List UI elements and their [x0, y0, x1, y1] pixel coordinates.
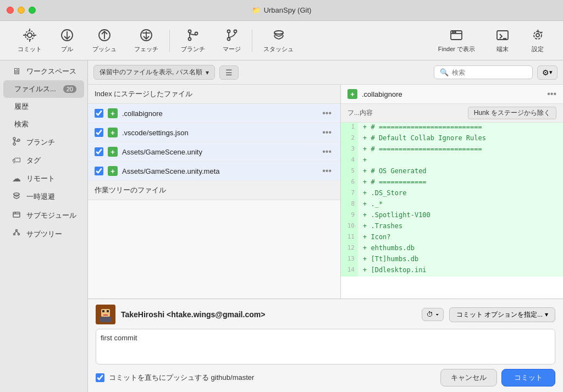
file-menu-dots[interactable]: •••: [320, 108, 334, 118]
file-item[interactable]: + .collabignore •••: [88, 104, 340, 123]
minimize-button[interactable]: [18, 7, 25, 14]
file-name: .vscode/settings.json: [122, 129, 316, 137]
merge-label: マージ: [223, 45, 241, 53]
svg-point-21: [274, 31, 283, 34]
push-button[interactable]: プッシュ: [84, 23, 125, 58]
filter-dropdown[interactable]: 保留中のファイルを表示, パス名順 ▾: [93, 65, 215, 80]
sidebar-item-stash[interactable]: 一時退避: [3, 187, 84, 206]
diff-line: 10+ .Trashes: [341, 222, 563, 233]
commit-footer: コミットを直ちにプッシュする github/master キャンセル コミット: [96, 369, 555, 387]
diff-line: 4+: [341, 156, 563, 167]
file-checkbox[interactable]: [95, 109, 103, 118]
stash-button[interactable]: スタッシュ: [255, 23, 302, 58]
file-checkbox[interactable]: [95, 128, 103, 137]
push-checkbox[interactable]: [96, 373, 104, 382]
push-label: プッシュ: [92, 45, 117, 53]
sidebar-item-branches[interactable]: ブランチ: [3, 133, 84, 152]
file-menu-dots[interactable]: •••: [320, 166, 334, 176]
subtree-icon: [11, 229, 22, 240]
file-menu-dots[interactable]: •••: [320, 147, 334, 157]
sidebar-item-search[interactable]: 検索: [3, 115, 84, 133]
svg-point-19: [234, 30, 236, 33]
diff-line-content: + # Default Collab Ignore Rules: [358, 134, 563, 145]
finder-button[interactable]: Finder で表示: [429, 23, 484, 58]
file-name: .collabignore: [122, 109, 316, 118]
svg-line-42: [16, 231, 19, 234]
commit-options-chevron: ▾: [545, 311, 548, 318]
terminal-button[interactable]: 端末: [486, 23, 519, 58]
diff-line: 11+ Icon?: [341, 233, 563, 244]
fullscreen-button[interactable]: [29, 7, 36, 14]
diff-line: 14+ [Ddlesktop.ini: [341, 266, 563, 277]
branch-button[interactable]: ブランチ: [172, 23, 214, 58]
traffic-lights: [7, 7, 36, 14]
sidebar-item-workspace[interactable]: 🖥 ワークスペース: [3, 63, 84, 80]
merge-button[interactable]: マージ: [214, 23, 250, 58]
svg-point-30: [13, 137, 15, 140]
commit-message-input[interactable]: first commit: [96, 329, 555, 365]
timer-button[interactable]: ⏱ ▾: [422, 308, 443, 321]
folder-icon: 📁: [252, 6, 261, 14]
main-area: 🖥 ワークスペース ファイルス... 20 履歴 検索: [0, 60, 563, 392]
diff-line-number: 5: [341, 167, 358, 178]
push-icon: [97, 27, 112, 43]
pull-button[interactable]: プル: [51, 23, 84, 58]
hunk-unstage-button[interactable]: Hunk をステージから除く: [468, 107, 556, 119]
diff-line-content: + [Ddlesktop.ini: [358, 266, 563, 277]
branch-icon: [185, 27, 201, 43]
svg-point-31: [13, 143, 15, 145]
file-item[interactable]: + Assets/GameScene.unity.meta •••: [88, 162, 340, 181]
file-item[interactable]: + Assets/GameScene.unity •••: [88, 142, 340, 162]
diff-line-number: 2: [341, 134, 358, 145]
svg-rect-46: [107, 310, 109, 312]
terminal-icon: [495, 27, 510, 43]
commit-button[interactable]: コミット: [501, 369, 555, 387]
submodule-icon: [11, 210, 22, 221]
author-name: TakeHiroshi <htake.wings@gmail.com>: [121, 310, 416, 319]
svg-point-40: [18, 234, 20, 235]
svg-point-0: [27, 33, 32, 37]
commit-options-button[interactable]: コミット オプションを指定... ▾: [449, 307, 555, 322]
sidebar-item-tags[interactable]: 🏷 タグ: [3, 152, 84, 169]
diff-line: 5+ # OS Generated: [341, 167, 563, 178]
fetch-label: フェッチ: [134, 45, 158, 53]
svg-rect-45: [102, 310, 104, 312]
diff-line-number: 13: [341, 255, 358, 266]
file-menu-dots[interactable]: •••: [320, 128, 334, 137]
diff-line-number: 14: [341, 266, 358, 277]
commit-button[interactable]: コミット: [9, 23, 51, 58]
diff-line-number: 6: [341, 178, 358, 189]
svg-point-18: [227, 38, 230, 41]
diff-line-content: +: [358, 156, 563, 167]
diff-line-content: + Icon?: [358, 233, 563, 244]
sidebar-item-history[interactable]: 履歴: [3, 98, 84, 115]
svg-point-28: [536, 34, 539, 37]
sidebar-item-files[interactable]: ファイルス... 20: [3, 80, 84, 98]
push-label: コミットを直ちにプッシュする github/master: [109, 373, 436, 383]
settings-label: 設定: [532, 45, 544, 53]
sidebar-item-remote[interactable]: ☁ リモート: [3, 169, 84, 187]
settings-button[interactable]: 設定: [521, 23, 554, 58]
pull-label: プル: [61, 45, 73, 53]
search-input[interactable]: [452, 69, 518, 76]
diff-menu-dots[interactable]: •••: [547, 89, 556, 99]
file-checkbox[interactable]: [95, 167, 103, 175]
view-chevron: ▾: [549, 69, 553, 76]
sidebar-item-subtree[interactable]: サブツリー: [3, 225, 84, 244]
cancel-button[interactable]: キャンセル: [440, 369, 497, 387]
svg-point-39: [14, 234, 15, 235]
diff-line-number: 4: [341, 156, 358, 167]
avatar: [96, 305, 115, 324]
worktree-section-header: 作業ツリーのファイル: [88, 181, 340, 200]
sidebar-item-submodule[interactable]: サブモジュール: [3, 206, 84, 225]
file-add-icon: +: [108, 108, 118, 118]
close-button[interactable]: [7, 7, 14, 14]
file-checkbox[interactable]: [95, 147, 103, 156]
hamburger-button[interactable]: ☰: [219, 65, 239, 80]
diff-line: 2+ # Default Collab Ignore Rules: [341, 134, 563, 145]
filter-label: 保留中のファイルを表示, パス名順: [100, 68, 202, 77]
view-options-button[interactable]: ⚙ ▾: [537, 65, 558, 80]
file-item[interactable]: + .vscode/settings.json •••: [88, 123, 340, 142]
svg-line-41: [14, 231, 16, 234]
fetch-button[interactable]: フェッチ: [125, 23, 167, 58]
